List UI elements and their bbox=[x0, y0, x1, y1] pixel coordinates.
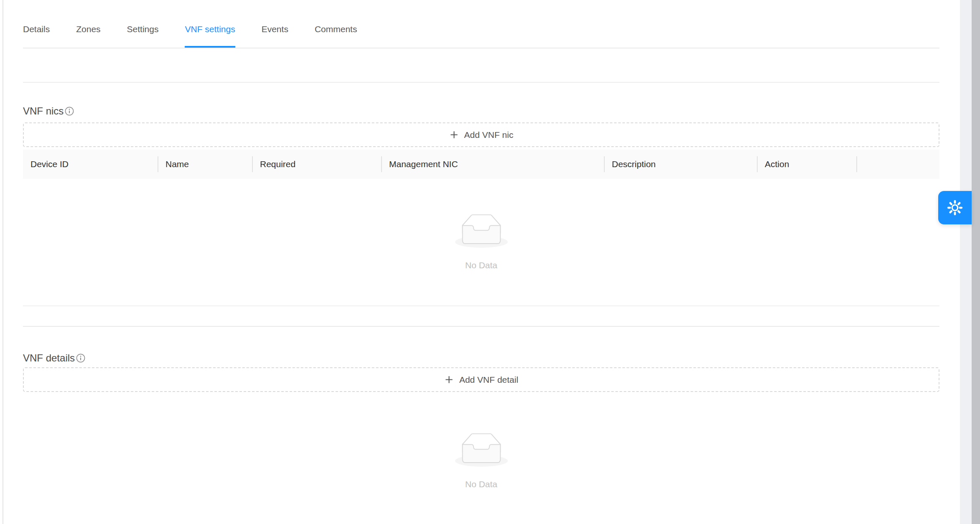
vnf-details-empty-state: No Data bbox=[23, 433, 939, 489]
gear-icon bbox=[947, 200, 963, 216]
tab-vnf-settings[interactable]: VNF settings bbox=[185, 24, 235, 35]
no-data-text: No Data bbox=[465, 479, 497, 489]
vnf-nics-empty-state: No Data bbox=[23, 214, 939, 270]
floating-settings-button[interactable] bbox=[938, 191, 972, 224]
vnf-nics-table-header: Device ID Name Required Management NIC D… bbox=[23, 150, 939, 179]
column-header-name: Name bbox=[158, 159, 252, 169]
scrollbar-track bbox=[960, 0, 972, 524]
table-bottom-border bbox=[23, 305, 939, 306]
tab-comments[interactable]: Comments bbox=[315, 24, 357, 35]
tab-zones[interactable]: Zones bbox=[76, 24, 100, 35]
info-circle-icon[interactable] bbox=[76, 354, 85, 363]
tab-events[interactable]: Events bbox=[262, 24, 288, 35]
column-header-device-id: Device ID bbox=[23, 159, 158, 169]
add-vnf-nic-label: Add VNF nic bbox=[464, 130, 514, 140]
section-divider bbox=[23, 326, 939, 327]
section-divider bbox=[23, 82, 939, 83]
plus-icon bbox=[444, 375, 454, 384]
tab-details[interactable]: Details bbox=[23, 24, 50, 35]
tab-bar: Details Zones Settings VNF settings Even… bbox=[23, 24, 939, 35]
add-vnf-nic-button[interactable]: Add VNF nic bbox=[23, 122, 939, 147]
empty-inbox-icon bbox=[455, 433, 508, 468]
add-vnf-detail-label: Add VNF detail bbox=[459, 375, 518, 385]
info-circle-icon[interactable] bbox=[65, 107, 74, 116]
tab-settings[interactable]: Settings bbox=[127, 24, 159, 35]
page-left-border bbox=[3, 0, 3, 524]
add-vnf-detail-button[interactable]: Add VNF detail bbox=[23, 367, 939, 392]
vnf-details-title-text: VNF details bbox=[23, 352, 75, 364]
column-header-required: Required bbox=[252, 159, 382, 169]
column-header-action: Action bbox=[757, 159, 857, 169]
column-header-description: Description bbox=[604, 159, 757, 169]
scrollbar-thumb[interactable] bbox=[972, 0, 980, 524]
tab-bar-border bbox=[23, 48, 939, 48]
plus-icon bbox=[449, 130, 459, 140]
vnf-details-section-title: VNF details bbox=[23, 352, 85, 364]
vnf-nics-title-text: VNF nics bbox=[23, 105, 64, 117]
column-header-management-nic: Management NIC bbox=[382, 159, 604, 169]
empty-inbox-icon bbox=[455, 214, 508, 249]
vnf-nics-section-title: VNF nics bbox=[23, 105, 74, 117]
no-data-text: No Data bbox=[465, 260, 497, 270]
